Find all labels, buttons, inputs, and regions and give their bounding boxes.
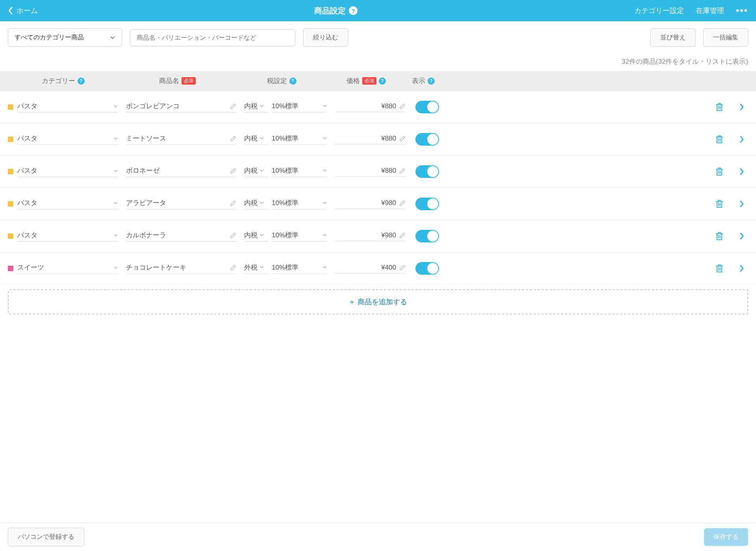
visibility-toggle[interactable] xyxy=(415,198,439,210)
product-name-value: ミートソース xyxy=(126,134,166,143)
trash-icon[interactable] xyxy=(715,199,724,209)
edit-icon xyxy=(399,232,406,239)
tax-rate-select[interactable]: 10%標準 xyxy=(272,263,327,274)
product-name-input[interactable]: アラビアータ xyxy=(126,198,236,209)
edit-icon xyxy=(230,168,236,174)
required-badge: 必須 xyxy=(182,77,196,85)
visibility-toggle[interactable] xyxy=(415,133,439,146)
product-name-value: アラビアータ xyxy=(126,198,166,207)
header-nav: カテゴリー設定 在庫管理 ••• xyxy=(634,5,748,16)
visibility-toggle[interactable] xyxy=(415,165,439,178)
back-button[interactable]: ホーム xyxy=(8,6,38,15)
price-input[interactable]: ¥980 xyxy=(335,231,406,241)
chevron-down-icon xyxy=(260,234,264,237)
visibility-toggle[interactable] xyxy=(415,262,439,275)
add-product-button[interactable]: ＋ 商品を追加する xyxy=(8,289,748,314)
product-name-input[interactable]: ボンゴレビアンコ xyxy=(126,102,236,113)
price-input[interactable]: ¥880 xyxy=(335,102,406,112)
help-icon[interactable]: ? xyxy=(349,6,358,15)
chevron-down-icon xyxy=(260,169,264,172)
help-icon[interactable]: ? xyxy=(379,78,386,85)
tax-type-select[interactable]: 外税 xyxy=(244,263,269,274)
help-icon[interactable]: ? xyxy=(428,78,435,85)
chevron-right-icon[interactable] xyxy=(739,168,744,175)
table-row: パスタ ボロネーゼ 内税 10%標準 ¥880 xyxy=(0,155,756,188)
price-input[interactable]: ¥880 xyxy=(335,135,406,144)
category-select[interactable]: パスタ xyxy=(17,166,118,177)
category-select[interactable]: スイーツ xyxy=(17,263,118,274)
tax-rate-select[interactable]: 10%標準 xyxy=(272,134,327,145)
table-row: パスタ アラビアータ 内税 10%標準 ¥980 xyxy=(0,188,756,220)
filter-button[interactable]: 絞り込む xyxy=(303,28,348,47)
visibility-toggle[interactable] xyxy=(415,101,439,113)
edit-icon xyxy=(230,103,236,109)
category-select[interactable]: パスタ xyxy=(17,231,118,242)
chevron-right-icon[interactable] xyxy=(739,233,744,240)
category-select[interactable]: パスタ xyxy=(17,134,118,145)
table-row: パスタ ミートソース 内税 10%標準 ¥880 xyxy=(0,123,756,155)
price-value: ¥980 xyxy=(381,199,396,207)
help-icon[interactable]: ? xyxy=(78,78,85,85)
tax-rate-select[interactable]: 10%標準 xyxy=(272,102,327,113)
price-input[interactable]: ¥400 xyxy=(335,264,406,274)
category-select[interactable]: すべてのカテゴリー商品 xyxy=(8,28,122,47)
col-name-label: 商品名 xyxy=(159,76,179,85)
nav-stock-management[interactable]: 在庫管理 xyxy=(696,6,724,15)
trash-icon[interactable] xyxy=(715,167,724,176)
edit-icon xyxy=(399,264,406,271)
chevron-down-icon xyxy=(113,169,118,172)
edit-icon xyxy=(230,135,236,142)
chevron-down-icon xyxy=(323,105,327,107)
chevron-down-icon xyxy=(323,202,327,204)
category-value: パスタ xyxy=(17,231,37,240)
product-name-input[interactable]: ボロネーゼ xyxy=(126,166,236,177)
tax-rate-select[interactable]: 10%標準 xyxy=(272,198,327,209)
visibility-toggle[interactable] xyxy=(415,230,439,242)
tax-type-select[interactable]: 内税 xyxy=(244,198,269,209)
tax-type-select[interactable]: 内税 xyxy=(244,134,269,145)
sort-button[interactable]: 並び替え xyxy=(650,28,695,47)
product-name-value: カルボナーラ xyxy=(126,231,166,240)
tax-rate-select[interactable]: 10%標準 xyxy=(272,231,327,242)
price-input[interactable]: ¥880 xyxy=(335,167,406,177)
help-icon[interactable]: ? xyxy=(289,78,296,85)
tax-type-select[interactable]: 内税 xyxy=(244,102,269,113)
category-select[interactable]: パスタ xyxy=(17,102,118,113)
table-row: パスタ カルボナーラ 内税 10%標準 ¥980 xyxy=(0,220,756,252)
tax-type-value: 外税 xyxy=(244,263,258,272)
tax-rate-select[interactable]: 10%標準 xyxy=(272,166,327,177)
header: ホーム 商品設定 ? カテゴリー設定 在庫管理 ••• xyxy=(0,0,756,21)
price-input[interactable]: ¥980 xyxy=(335,199,406,209)
chevron-down-icon xyxy=(113,202,118,205)
filter-bar: すべてのカテゴリー商品 絞り込む 並び替え 一括編集 xyxy=(0,21,756,54)
chevron-right-icon[interactable] xyxy=(739,104,744,111)
trash-icon[interactable] xyxy=(715,231,724,241)
back-label: ホーム xyxy=(17,6,38,15)
tax-type-select[interactable]: 内税 xyxy=(244,231,269,242)
col-show-label: 表示 xyxy=(412,76,425,85)
product-name-input[interactable]: チョコレートケーキ xyxy=(126,263,236,274)
trash-icon[interactable] xyxy=(715,135,724,144)
tax-type-select[interactable]: 内税 xyxy=(244,166,269,177)
category-select[interactable]: パスタ xyxy=(17,198,118,209)
bulk-edit-button[interactable]: 一括編集 xyxy=(703,28,748,47)
chevron-right-icon[interactable] xyxy=(739,265,744,272)
tax-type-value: 内税 xyxy=(244,166,258,175)
chevron-right-icon[interactable] xyxy=(739,200,744,207)
tax-rate-value: 10%標準 xyxy=(272,102,298,111)
trash-icon[interactable] xyxy=(715,102,724,112)
search-input[interactable] xyxy=(130,29,295,46)
product-name-input[interactable]: ミートソース xyxy=(126,134,236,145)
category-color-icon xyxy=(8,201,13,207)
table-row: スイーツ チョコレートケーキ 外税 10%標準 ¥400 xyxy=(0,252,756,285)
nav-category-settings[interactable]: カテゴリー設定 xyxy=(634,6,684,15)
required-badge: 必須 xyxy=(362,77,376,85)
price-value: ¥400 xyxy=(381,264,396,272)
trash-icon[interactable] xyxy=(715,264,724,273)
edit-icon xyxy=(399,103,406,109)
more-menu-icon[interactable]: ••• xyxy=(736,5,748,16)
tax-rate-value: 10%標準 xyxy=(272,134,298,143)
chevron-right-icon[interactable] xyxy=(739,136,744,143)
product-name-input[interactable]: カルボナーラ xyxy=(126,231,236,242)
price-value: ¥880 xyxy=(381,135,396,142)
